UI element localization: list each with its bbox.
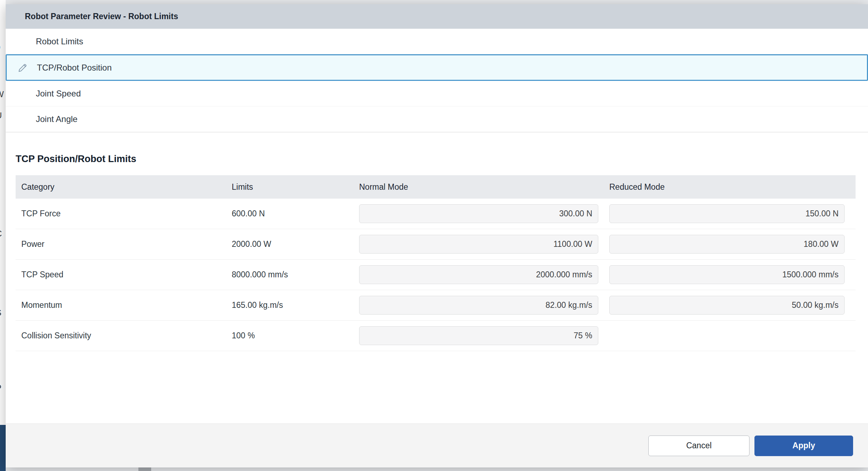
category-label: Power <box>21 239 44 249</box>
category-label: Momentum <box>21 300 62 310</box>
cancel-button[interactable]: Cancel <box>648 436 749 456</box>
dialog-content: TCP Position/Robot Limits CategoryLimits… <box>6 132 868 423</box>
limit-value: 2000.00 W <box>232 239 271 249</box>
limits-list: Robot LimitsTCP/Robot PositionJoint Spee… <box>6 29 868 132</box>
table-row-collision-sensitivity: Collision Sensitivity100 % <box>16 321 856 351</box>
collision-sensitivity-normal-input[interactable] <box>359 326 598 345</box>
normal-mode-cell <box>353 296 604 315</box>
table-header-category: Category <box>16 182 226 192</box>
list-item-label: Joint Speed <box>36 89 81 99</box>
table-header-limits: Limits <box>226 182 353 192</box>
reduced-mode-cell <box>604 235 856 254</box>
list-item-joint-speed[interactable]: Joint Speed <box>6 81 868 106</box>
category-cell: TCP Speed <box>16 270 226 279</box>
list-item-joint-angle[interactable]: Joint Angle <box>6 106 868 132</box>
table-row-tcp-force: TCP Force600.00 N <box>16 199 856 229</box>
tcp-speed-reduced-input[interactable] <box>609 265 845 284</box>
table-row-momentum: Momentum165.00 kg.m/s <box>16 290 856 321</box>
reduced-mode-cell <box>604 296 856 315</box>
dialog-footer: Cancel Apply <box>6 423 868 467</box>
background-chip <box>138 467 151 471</box>
power-reduced-input[interactable] <box>609 235 845 254</box>
limit-cell: 165.00 kg.m/s <box>226 300 353 310</box>
background-text-fragment: W <box>0 89 4 99</box>
limits-table-body: TCP Force600.00 NPower2000.00 WTCP Speed… <box>16 199 856 351</box>
limit-cell: 100 % <box>226 331 353 340</box>
category-cell: TCP Force <box>16 209 226 218</box>
list-item-label: Joint Angle <box>36 114 77 124</box>
category-cell: Power <box>16 239 226 249</box>
limit-cell: 8000.000 mm/s <box>226 270 353 279</box>
background-window-edge: bWUCSP <box>0 0 6 471</box>
limits-table: CategoryLimitsNormal ModeReduced Mode TC… <box>16 175 856 351</box>
normal-mode-cell <box>353 235 604 254</box>
tcp-speed-normal-input[interactable] <box>359 265 598 284</box>
table-header-normal-mode: Normal Mode <box>353 182 604 192</box>
category-label: TCP Force <box>21 209 61 218</box>
normal-mode-cell <box>353 265 604 284</box>
background-text-fragment: U <box>0 111 2 121</box>
category-label: TCP Speed <box>21 270 63 279</box>
list-item-label: TCP/Robot Position <box>37 63 112 73</box>
list-item-label: Robot Limits <box>36 37 83 46</box>
normal-mode-cell <box>353 204 604 223</box>
background-text-fragment: C <box>0 229 2 239</box>
apply-button[interactable]: Apply <box>754 436 853 456</box>
robot-parameter-dialog: Robot Parameter Review - Robot Limits Ro… <box>6 4 868 467</box>
limit-cell: 2000.00 W <box>226 239 353 249</box>
limit-value: 100 % <box>232 331 255 340</box>
normal-mode-cell <box>353 326 604 345</box>
list-item-tcp-robot-position[interactable]: TCP/Robot Position <box>6 54 868 81</box>
pencil-icon <box>17 62 28 73</box>
momentum-normal-input[interactable] <box>359 296 598 315</box>
table-header-reduced-mode: Reduced Mode <box>604 182 856 192</box>
reduced-mode-cell <box>604 265 856 284</box>
section-title: TCP Position/Robot Limits <box>16 154 856 165</box>
limit-value: 165.00 kg.m/s <box>232 300 283 310</box>
tcp-force-normal-input[interactable] <box>359 204 598 223</box>
limit-value: 8000.000 mm/s <box>232 270 288 279</box>
limit-cell: 600.00 N <box>226 209 353 218</box>
category-cell: Momentum <box>16 300 226 310</box>
momentum-reduced-input[interactable] <box>609 296 845 315</box>
category-label: Collision Sensitivity <box>21 331 91 340</box>
background-dark-block <box>0 425 6 471</box>
power-normal-input[interactable] <box>359 235 598 254</box>
background-text-fragment: S <box>0 308 1 318</box>
table-row-tcp-speed: TCP Speed8000.000 mm/s <box>16 260 856 290</box>
tcp-force-reduced-input[interactable] <box>609 204 845 223</box>
dialog-title: Robot Parameter Review - Robot Limits <box>6 4 868 29</box>
background-text-fragment: b <box>0 42 0 52</box>
category-cell: Collision Sensitivity <box>16 331 226 340</box>
limits-table-header: CategoryLimitsNormal ModeReduced Mode <box>16 175 856 199</box>
list-item-robot-limits[interactable]: Robot Limits <box>6 29 868 54</box>
table-row-power: Power2000.00 W <box>16 229 856 260</box>
reduced-mode-cell <box>604 204 856 223</box>
background-text-fragment: P <box>0 383 1 393</box>
limit-value: 600.00 N <box>232 209 265 218</box>
